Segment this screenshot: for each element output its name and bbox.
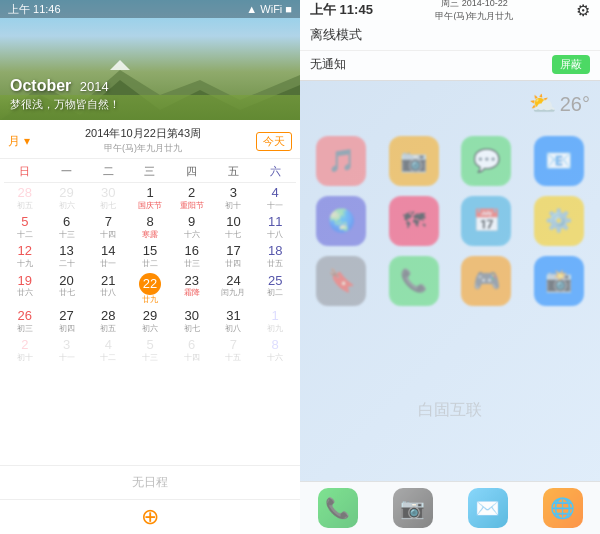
day-cell[interactable]: 18廿五 xyxy=(254,241,296,270)
day-cell[interactable]: 9十六 xyxy=(171,212,213,241)
status-icons-left: ▲ WiFi ■ xyxy=(246,3,292,15)
day-cell[interactable]: 29初六 xyxy=(129,306,171,335)
day-cell[interactable]: 4十二 xyxy=(87,335,129,364)
day-cell[interactable]: 29初六 xyxy=(46,183,88,212)
status-bar-right: 上午 11:45 周三 2014-10-22 甲午(马)年九月廿九 ⚙ xyxy=(300,0,600,20)
nav-arrow-icon[interactable]: ▾ xyxy=(24,134,30,148)
weekday-wed: 三 xyxy=(129,164,171,179)
calendar-nav[interactable]: 月 ▾ xyxy=(8,133,30,150)
notification-bar: 离线模式 无通知 屏蔽 xyxy=(300,20,600,81)
days-grid: 28初五29初六30初七1国庆节2重阳节3初十4十一5十二6十三7十四8寒露9十… xyxy=(4,183,296,365)
day-cell[interactable]: 30初七 xyxy=(87,183,129,212)
status-time-left: 上午 11:46 xyxy=(8,2,61,17)
status-time-right: 上午 11:45 xyxy=(310,1,373,19)
day-cell[interactable]: 23霜降 xyxy=(171,271,213,307)
day-cell[interactable]: 7十四 xyxy=(87,212,129,241)
day-cell[interactable]: 1初九 xyxy=(254,306,296,335)
day-cell[interactable]: 7十五 xyxy=(213,335,255,364)
app-icon[interactable]: 🎮 xyxy=(461,256,511,306)
app-icon[interactable]: 📧 xyxy=(534,136,584,186)
calendar-grid: 日 一 二 三 四 五 六 28初五29初六30初七1国庆节2重阳节3初十4十一… xyxy=(0,159,300,465)
weather-temp: 26° xyxy=(560,93,590,116)
day-cell[interactable]: 8寒露 xyxy=(129,212,171,241)
day-cell[interactable]: 6十三 xyxy=(46,212,88,241)
day-cell[interactable]: 15廿二 xyxy=(129,241,171,270)
day-cell[interactable]: 31初八 xyxy=(213,306,255,335)
day-cell[interactable]: 20廿七 xyxy=(46,271,88,307)
app-icon[interactable]: 🔖 xyxy=(316,256,366,306)
day-cell[interactable]: 21廿八 xyxy=(87,271,129,307)
day-cell[interactable]: 13二十 xyxy=(46,241,88,270)
weekday-thu: 四 xyxy=(171,164,213,179)
add-icon[interactable]: ⊕ xyxy=(141,504,159,529)
screen-button[interactable]: 屏蔽 xyxy=(552,55,590,74)
app-icon[interactable]: 🗺 xyxy=(389,196,439,246)
app-icon[interactable]: 📷 xyxy=(389,136,439,186)
right-panel: 上午 11:45 周三 2014-10-22 甲午(马)年九月廿九 ⚙ 离线模式… xyxy=(300,0,600,534)
app-icon[interactable]: 🌏 xyxy=(316,196,366,246)
day-cell[interactable]: 2重阳节 xyxy=(171,183,213,212)
day-cell[interactable]: 5十二 xyxy=(4,212,46,241)
day-cell[interactable]: 14廿一 xyxy=(87,241,129,270)
hero-text-overlay: October 2014 梦很浅，万物皆自然！ xyxy=(0,0,300,120)
cal-date-info: 2014年10月22日第43周 xyxy=(85,126,201,141)
weekday-sun: 日 xyxy=(4,164,46,179)
weekday-header: 日 一 二 三 四 五 六 xyxy=(4,161,296,183)
add-event-area[interactable]: ⊕ xyxy=(0,499,300,534)
day-cell[interactable]: 12十九 xyxy=(4,241,46,270)
day-cell[interactable]: 3十一 xyxy=(46,335,88,364)
settings-icon[interactable]: ⚙ xyxy=(576,2,590,19)
weekday-sat: 六 xyxy=(254,164,296,179)
day-cell[interactable]: 2初十 xyxy=(4,335,46,364)
day-cell[interactable]: 22廿九 xyxy=(129,271,171,307)
day-cell[interactable]: 30初七 xyxy=(171,306,213,335)
day-cell[interactable]: 16廿三 xyxy=(171,241,213,270)
dock-phone-icon[interactable]: 📞 xyxy=(318,488,358,528)
hero-image: October 2014 梦很浅，万物皆自然！ xyxy=(0,0,300,120)
day-cell[interactable]: 3初十 xyxy=(213,183,255,212)
app-icon[interactable]: 🎵 xyxy=(316,136,366,186)
no-events-label: 无日程 xyxy=(0,465,300,499)
weekday-mon: 一 xyxy=(46,164,88,179)
weekday-fri: 五 xyxy=(213,164,255,179)
day-cell[interactable]: 27初四 xyxy=(46,306,88,335)
notification-label: 无通知 xyxy=(310,56,346,73)
hero-month: October xyxy=(10,77,71,94)
dock-mail-icon[interactable]: ✉️ xyxy=(468,488,508,528)
bottom-dock: 📞 📷 ✉️ 🌐 xyxy=(300,481,600,534)
weekday-tue: 二 xyxy=(87,164,129,179)
day-cell[interactable]: 28初五 xyxy=(4,183,46,212)
day-cell[interactable]: 6十四 xyxy=(171,335,213,364)
app-icon[interactable]: ⚙️ xyxy=(534,196,584,246)
day-cell[interactable]: 1国庆节 xyxy=(129,183,171,212)
day-cell[interactable]: 24闰九月 xyxy=(213,271,255,307)
hero-year: 2014 xyxy=(80,79,109,94)
day-cell[interactable]: 5十三 xyxy=(129,335,171,364)
day-cell[interactable]: 17廿四 xyxy=(213,241,255,270)
offline-mode-label: 离线模式 xyxy=(310,26,362,44)
day-cell[interactable]: 19廿六 xyxy=(4,271,46,307)
day-cell[interactable]: 25初二 xyxy=(254,271,296,307)
day-cell[interactable]: 28初五 xyxy=(87,306,129,335)
day-cell[interactable]: 11十八 xyxy=(254,212,296,241)
dock-camera-icon[interactable]: 📷 xyxy=(393,488,433,528)
day-cell[interactable]: 8十六 xyxy=(254,335,296,364)
day-cell[interactable]: 4十一 xyxy=(254,183,296,212)
notification-row: 无通知 屏蔽 xyxy=(300,50,600,80)
dock-browser-icon[interactable]: 🌐 xyxy=(543,488,583,528)
app-icon[interactable]: 💬 xyxy=(461,136,511,186)
app-icons-grid: 🎵📷💬📧🌏🗺📅⚙️🔖📞🎮📸 xyxy=(300,121,600,321)
app-icon[interactable]: 📅 xyxy=(461,196,511,246)
day-cell[interactable]: 26初三 xyxy=(4,306,46,335)
watermark: 白固互联 xyxy=(418,400,482,421)
weather-widget: ⛅ 26° xyxy=(529,91,590,117)
weather-icon: ⛅ xyxy=(529,91,556,117)
calendar-header: 月 ▾ 2014年10月22日第43周 甲午(马)年九月廿九 今天 xyxy=(0,120,300,159)
app-icon[interactable]: 📸 xyxy=(534,256,584,306)
status-day-info: 周三 2014-10-22 xyxy=(435,0,513,10)
day-cell[interactable]: 10十七 xyxy=(213,212,255,241)
cal-lunar-info: 甲午(马)年九月廿九 xyxy=(85,141,201,156)
app-icon[interactable]: 📞 xyxy=(389,256,439,306)
app-area: ⛅ 26° 🎵📷💬📧🌏🗺📅⚙️🔖📞🎮📸 白固互联 xyxy=(300,81,600,481)
today-button[interactable]: 今天 xyxy=(256,132,292,151)
